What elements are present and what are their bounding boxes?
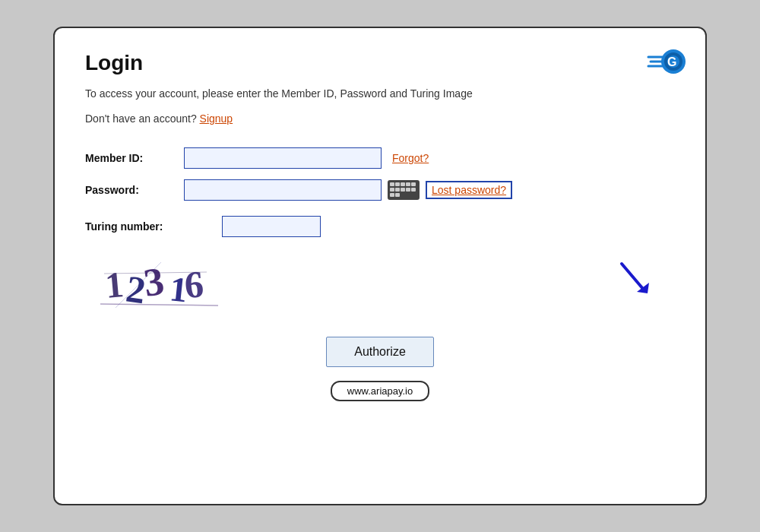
- forgot-link[interactable]: Forgot?: [392, 152, 429, 164]
- password-label: Password:: [85, 184, 184, 196]
- svg-line-7: [622, 264, 643, 289]
- key: [406, 188, 410, 192]
- turing-label: Turing number:: [85, 220, 222, 233]
- footer-domain: www.ariapay.io: [331, 381, 429, 401]
- signup-link[interactable]: Signup: [200, 112, 233, 125]
- lost-password-link[interactable]: Lost password?: [426, 181, 512, 199]
- svg-text:G: G: [667, 55, 676, 68]
- turing-input[interactable]: [222, 216, 321, 237]
- key: [401, 188, 405, 192]
- description: To access your account, please enter the…: [85, 86, 675, 102]
- key: [390, 193, 394, 197]
- key: [406, 182, 410, 186]
- key: [395, 182, 400, 186]
- password-row: Password: Lost password?: [85, 179, 675, 201]
- page-title: Login: [85, 51, 675, 75]
- key: [411, 182, 416, 186]
- key: [411, 188, 416, 192]
- key: [390, 182, 394, 186]
- password-input[interactable]: [184, 179, 382, 201]
- footer: www.ariapay.io: [85, 375, 675, 401]
- member-id-input[interactable]: [184, 147, 382, 169]
- svg-text:1: 1: [103, 264, 125, 306]
- signup-line: Don't have an account? Signup: [85, 112, 675, 125]
- key: [395, 188, 400, 192]
- turing-row: Turing number:: [85, 216, 675, 237]
- member-id-row: Member ID: Forgot?: [85, 147, 675, 169]
- login-card: G Login To access your account, please e…: [53, 27, 707, 505]
- keyboard-icon[interactable]: [388, 180, 420, 200]
- captcha-image: 1 2 3 1 6: [100, 251, 222, 312]
- arrow-annotation: [614, 260, 660, 300]
- captcha-container: 1 2 3 1 6: [93, 245, 675, 314]
- authorize-button[interactable]: Authorize: [326, 337, 434, 367]
- signup-prompt: Don't have an account?: [85, 112, 197, 125]
- logo: G: [644, 42, 687, 78]
- svg-text:6: 6: [183, 262, 205, 306]
- member-id-label: Member ID:: [85, 152, 184, 164]
- key: [395, 193, 400, 197]
- key: [390, 188, 394, 192]
- key: [401, 182, 405, 186]
